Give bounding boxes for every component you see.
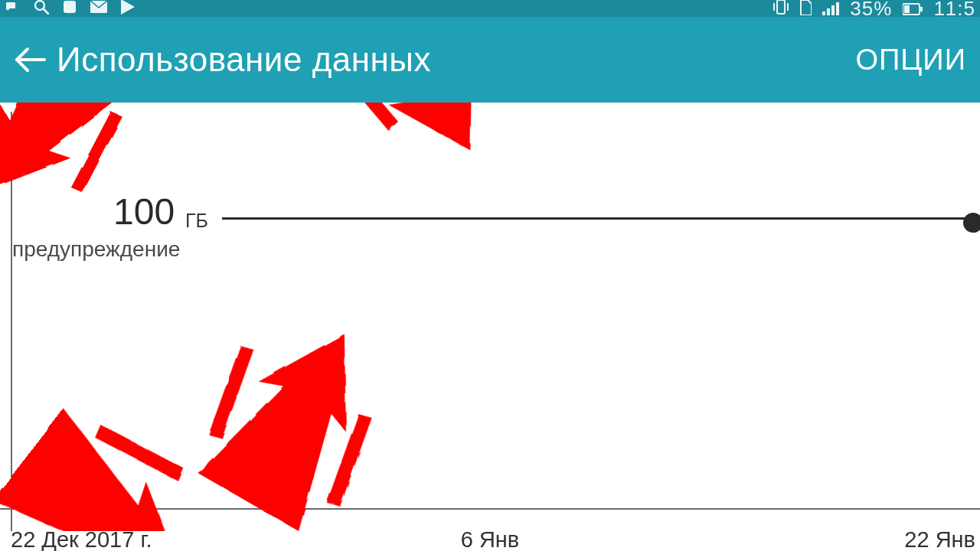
annotation-arrows <box>0 103 980 531</box>
svg-rect-16 <box>904 5 910 13</box>
svg-marker-27 <box>93 412 187 494</box>
svg-rect-5 <box>64 1 76 13</box>
status-right: 35% 11:5 <box>773 0 975 21</box>
mail-icon <box>90 1 107 17</box>
x-tick-start: 22 Дек 2017 г. <box>11 527 152 551</box>
battery-icon <box>903 0 923 21</box>
svg-marker-20 <box>0 103 37 119</box>
svg-marker-28 <box>198 305 396 531</box>
sim-icon <box>799 0 812 21</box>
status-icon <box>5 1 20 17</box>
play-icon <box>121 0 135 18</box>
y-axis <box>11 112 12 531</box>
arrow-left-icon <box>12 42 47 77</box>
title-bar: Использование данных ОПЦИИ <box>0 17 980 103</box>
svg-rect-13 <box>831 5 835 15</box>
svg-marker-7 <box>121 0 135 15</box>
page-title: Использование данных <box>57 41 431 79</box>
chart-area: 100 ГБ предупреждение 22 Дек 2017 г. 6 Я… <box>0 103 980 531</box>
warning-threshold-handle[interactable] <box>963 213 980 233</box>
x-tick-mid: 6 Янв <box>461 527 520 551</box>
back-button[interactable] <box>8 37 52 82</box>
svg-marker-21 <box>59 109 135 195</box>
search-icon <box>34 0 49 18</box>
warning-threshold-value[interactable]: 100 <box>113 191 175 233</box>
signal-icon <box>822 0 839 21</box>
svg-rect-12 <box>827 8 830 15</box>
status-bar: 35% 11:5 <box>0 0 980 17</box>
warning-threshold-line[interactable] <box>222 217 980 220</box>
x-tick-end: 22 Янв <box>904 527 975 551</box>
warning-label: предупреждение <box>12 237 180 262</box>
svg-marker-29 <box>312 411 387 509</box>
svg-rect-17 <box>920 7 923 11</box>
svg-rect-11 <box>822 11 825 15</box>
warning-threshold-unit: ГБ <box>185 210 208 232</box>
status-left-icons <box>5 0 135 18</box>
svg-marker-23 <box>328 103 400 139</box>
svg-marker-22 <box>329 103 518 178</box>
battery-percent: 35% <box>850 0 892 21</box>
svg-rect-14 <box>836 2 839 15</box>
svg-marker-30 <box>194 343 268 441</box>
svg-rect-8 <box>777 0 785 14</box>
vibrate-icon <box>773 0 789 21</box>
clock-time: 11:5 <box>933 0 975 21</box>
svg-line-4 <box>44 9 48 14</box>
options-button[interactable]: ОПЦИИ <box>855 44 972 77</box>
status-icon-square <box>63 0 77 18</box>
svg-rect-2 <box>9 8 17 11</box>
